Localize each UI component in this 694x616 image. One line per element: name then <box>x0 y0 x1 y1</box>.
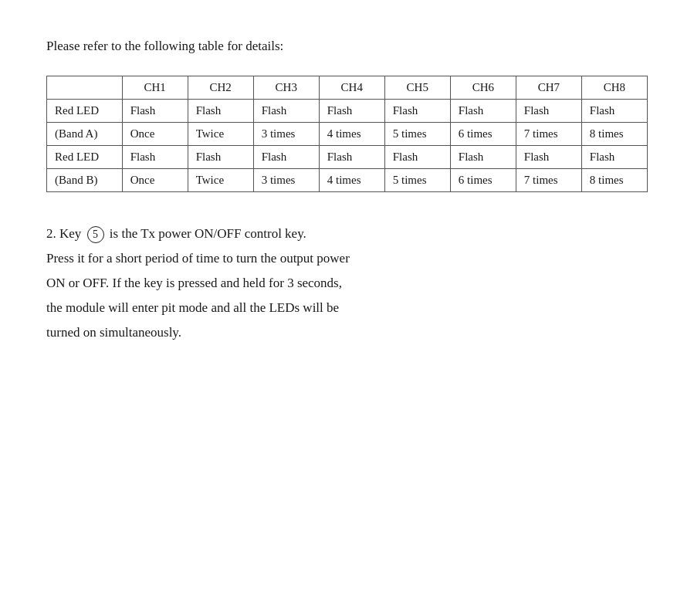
band-b-ch4-flash: Flash <box>319 146 384 169</box>
band-b-ch2-times: Twice <box>188 169 253 192</box>
header-ch5: CH5 <box>384 76 450 100</box>
band-a-ch8-times: 8 times <box>581 123 647 146</box>
band-b-ch8-times: 8 times <box>581 169 647 192</box>
band-b-ch2-flash: Flash <box>188 146 253 169</box>
section2-line1: 2. Key 5 is the Tx power ON/OFF control … <box>46 223 648 245</box>
band-b-ch1-times: Once <box>122 169 188 192</box>
band-a-ch3-times: 3 times <box>253 123 319 146</box>
header-ch3: CH3 <box>253 76 319 100</box>
band-a-label: Red LED <box>47 100 123 123</box>
band-a-ch5-times: 5 times <box>384 123 450 146</box>
band-b-ch5-times: 5 times <box>384 169 450 192</box>
band-b-ch8-flash: Flash <box>581 146 647 169</box>
section-2-text: 2. Key 5 is the Tx power ON/OFF control … <box>46 223 648 344</box>
band-b-ch7-flash: Flash <box>516 146 581 169</box>
band-a-ch1-flash: Flash <box>122 100 188 123</box>
band-b-ch3-flash: Flash <box>253 146 319 169</box>
band-b-label: Red LED <box>47 146 123 169</box>
band-a-ch7-times: 7 times <box>516 123 581 146</box>
header-ch1: CH1 <box>122 76 188 100</box>
intro-text: Please refer to the following table for … <box>46 39 648 54</box>
band-a-flash-row: Red LED Flash Flash Flash Flash Flash Fl… <box>47 100 648 123</box>
band-b-sublabel: (Band B) <box>47 169 123 192</box>
band-a-ch3-flash: Flash <box>253 100 319 123</box>
band-b-ch5-flash: Flash <box>384 146 450 169</box>
band-a-ch2-flash: Flash <box>188 100 253 123</box>
header-ch2: CH2 <box>188 76 253 100</box>
band-a-ch8-flash: Flash <box>581 100 647 123</box>
band-a-ch6-flash: Flash <box>450 100 516 123</box>
band-a-ch4-times: 4 times <box>319 123 384 146</box>
section2-line1-prefix: 2. Key <box>46 226 85 241</box>
section2-line5: turned on simultaneously. <box>46 322 648 344</box>
band-b-ch3-times: 3 times <box>253 169 319 192</box>
channel-table: CH1 CH2 CH3 CH4 CH5 CH6 CH7 CH8 Red LED … <box>46 76 648 192</box>
band-b-flash-row: Red LED Flash Flash Flash Flash Flash Fl… <box>47 146 648 169</box>
header-ch8: CH8 <box>581 76 647 100</box>
band-b-times-row: (Band B) Once Twice 3 times 4 times 5 ti… <box>47 169 648 192</box>
band-a-times-row: (Band A) Once Twice 3 times 4 times 5 ti… <box>47 123 648 146</box>
band-b-ch6-flash: Flash <box>450 146 516 169</box>
band-a-ch1-times: Once <box>122 123 188 146</box>
band-b-ch1-flash: Flash <box>122 146 188 169</box>
section2-line4: the module will enter pit mode and all t… <box>46 297 648 319</box>
band-a-ch4-flash: Flash <box>319 100 384 123</box>
band-a-sublabel: (Band A) <box>47 123 123 146</box>
header-empty <box>47 76 123 100</box>
section2-line1-suffix: is the Tx power ON/OFF control key. <box>107 226 306 241</box>
band-b-ch7-times: 7 times <box>516 169 581 192</box>
header-ch4: CH4 <box>319 76 384 100</box>
header-ch7: CH7 <box>516 76 581 100</box>
table-header-row: CH1 CH2 CH3 CH4 CH5 CH6 CH7 CH8 <box>47 76 648 100</box>
band-a-ch7-flash: Flash <box>516 100 581 123</box>
header-ch6: CH6 <box>450 76 516 100</box>
band-b-ch6-times: 6 times <box>450 169 516 192</box>
band-a-ch2-times: Twice <box>188 123 253 146</box>
band-a-ch5-flash: Flash <box>384 100 450 123</box>
key-5-circle: 5 <box>87 226 104 243</box>
section2-line3: ON or OFF. If the key is pressed and hel… <box>46 272 648 294</box>
band-b-ch4-times: 4 times <box>319 169 384 192</box>
band-a-ch6-times: 6 times <box>450 123 516 146</box>
section2-line2: Press it for a short period of time to t… <box>46 248 648 269</box>
